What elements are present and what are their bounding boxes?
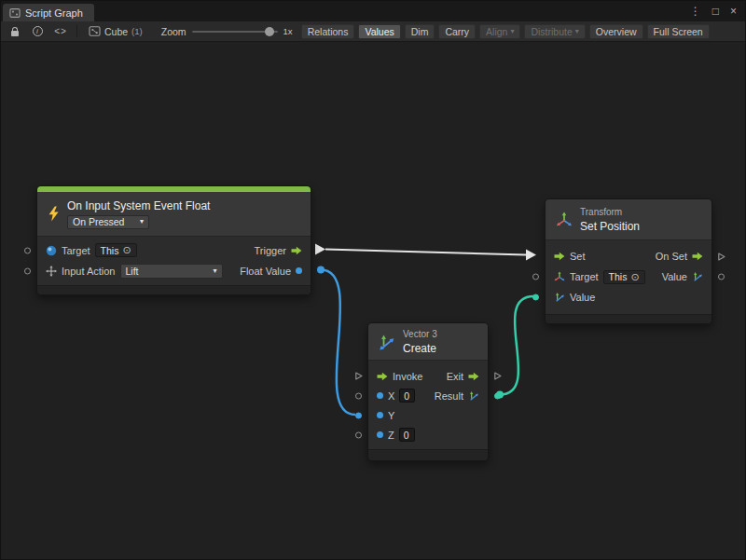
distribute-button[interactable]: Distribute▾: [524, 24, 585, 39]
relations-button[interactable]: Relations: [301, 24, 355, 39]
target-this-chip[interactable]: This ⊙: [95, 243, 137, 257]
target-object-count: (1): [131, 26, 143, 36]
vector-x-row: X 0 Result: [368, 386, 488, 405]
port-input-action-input[interactable]: [23, 266, 32, 275]
object-picker-icon[interactable]: ⊙: [122, 245, 131, 255]
port-x-input[interactable]: [354, 391, 363, 400]
input-action-value: Lift: [126, 266, 139, 277]
flow-arrowhead-in: [526, 250, 536, 261]
zoom-slider[interactable]: [192, 25, 278, 38]
vector3-value-icon[interactable]: [692, 271, 703, 282]
tab-script-graph[interactable]: Script Graph: [3, 4, 94, 21]
input-action-icon: [46, 266, 57, 277]
y-float-port[interactable]: [377, 412, 383, 418]
menu-icon[interactable]: ⋮: [690, 6, 701, 17]
event-node-header[interactable]: On Input System Event Float On Pressed ▾: [37, 192, 311, 237]
port-value-input[interactable]: [532, 294, 540, 302]
transform-icon: [556, 212, 573, 228]
script-icon: [89, 25, 101, 37]
dim-button[interactable]: Dim: [405, 24, 435, 39]
flow-arrow-icon[interactable]: [554, 252, 565, 261]
wire-floatvalue-to-y[interactable]: [321, 270, 355, 416]
zoom-value: 1x: [283, 26, 293, 36]
flow-arrow-icon[interactable]: [291, 246, 302, 255]
trigger-label: Trigger: [255, 245, 286, 256]
port-z-input[interactable]: [354, 430, 363, 439]
toolbar-divider: [76, 25, 77, 37]
transform-target-row: Target This ⊙ Value: [546, 266, 711, 287]
target-label: Target: [570, 271, 599, 282]
carry-button[interactable]: Carry: [438, 24, 476, 39]
target-this-value: This: [101, 245, 119, 256]
node-on-input-system-event-float[interactable]: On Input System Event Float On Pressed ▾…: [36, 185, 311, 295]
flow-arrow-icon[interactable]: [468, 372, 479, 381]
z-value-field[interactable]: 0: [399, 428, 415, 442]
result-label: Result: [435, 390, 463, 402]
float-value-port[interactable]: [296, 267, 302, 274]
port-value-output[interactable]: [717, 273, 725, 281]
input-action-label: Input Action: [62, 266, 116, 277]
unity-script-graph-window: Script Graph ⋮ □ × i < > Cube (1) Zoom 1…: [0, 0, 746, 560]
node-footer: [368, 449, 488, 460]
transform-value-row: Value: [546, 287, 711, 307]
port-on-set-output[interactable]: [717, 253, 725, 261]
node-footer: [37, 285, 311, 294]
node-type: Transform: [580, 207, 640, 217]
target-this-chip[interactable]: This ⊙: [603, 270, 645, 284]
wire-result-to-value[interactable]: [500, 296, 533, 395]
graph-toolbar: i < > Cube (1) Zoom 1x Relations Values …: [1, 21, 745, 42]
z-label: Z: [388, 430, 394, 441]
port-exit-output[interactable]: [493, 372, 502, 380]
tab-bar: Script Graph ⋮ □ ×: [1, 1, 745, 21]
target-this-value: This: [609, 271, 628, 282]
align-button[interactable]: Align▾: [479, 24, 520, 39]
zoom-slider-handle[interactable]: [265, 27, 274, 36]
fullscreen-button[interactable]: Full Screen: [647, 24, 710, 39]
flow-arrow-icon[interactable]: [377, 372, 388, 381]
event-mode-dropdown[interactable]: On Pressed ▾: [67, 215, 149, 229]
x-label: X: [388, 390, 394, 402]
lock-button[interactable]: [6, 23, 24, 40]
script-graph-tab-icon: [9, 7, 21, 19]
code-view-button[interactable]: < >: [50, 23, 69, 40]
info-button[interactable]: i: [28, 23, 47, 40]
port-event-target-input[interactable]: [23, 246, 32, 254]
flow-arrowhead-out: [315, 244, 325, 255]
lightning-bolt-icon: [48, 206, 60, 222]
x-value-field[interactable]: 0: [399, 389, 415, 403]
y-label: Y: [388, 410, 394, 421]
close-icon[interactable]: ×: [730, 6, 737, 17]
float-output-port-dot[interactable]: [317, 266, 325, 274]
vector-z-row: Z 0: [368, 425, 488, 444]
transform-node-header[interactable]: Transform Set Position: [546, 199, 711, 240]
maximize-icon[interactable]: □: [712, 6, 719, 17]
graph-target-selector[interactable]: Cube (1): [85, 25, 146, 37]
chevron-down-icon: ▾: [575, 28, 579, 35]
vector3-result-icon[interactable]: [468, 390, 479, 402]
values-button[interactable]: Values: [358, 24, 400, 39]
lock-icon-body: [11, 31, 19, 36]
port-invoke-input[interactable]: [354, 372, 363, 380]
input-action-dropdown[interactable]: Lift ▾: [120, 264, 223, 279]
vector-node-header[interactable]: Vector 3 Create: [368, 323, 488, 361]
object-picker-icon[interactable]: ⊙: [630, 272, 639, 282]
port-result-output[interactable]: [493, 391, 502, 400]
node-vector3-create[interactable]: Vector 3 Create Invoke Exit: [367, 322, 489, 461]
node-type: Vector 3: [403, 329, 437, 339]
x-float-port[interactable]: [377, 392, 383, 399]
graph-canvas[interactable]: On Input System Event Float On Pressed ▾…: [1, 42, 745, 559]
node-name: Set Position: [580, 220, 640, 233]
node-transform-set-position[interactable]: Transform Set Position Set On Set: [545, 198, 712, 324]
wire-trigger-to-set[interactable]: [325, 250, 526, 255]
gameobject-icon: [46, 245, 57, 256]
overview-button[interactable]: Overview: [589, 24, 643, 39]
port-transform-target-input[interactable]: [532, 273, 540, 281]
flow-arrow-icon[interactable]: [692, 252, 703, 261]
event-target-row: Target This ⊙ Trigger: [37, 240, 311, 260]
set-label: Set: [570, 251, 586, 262]
transform-mini-icon: [554, 271, 565, 282]
port-y-input[interactable]: [354, 411, 363, 419]
z-float-port[interactable]: [377, 431, 383, 438]
vector3-icon: [379, 334, 395, 350]
info-icon: i: [33, 26, 43, 36]
